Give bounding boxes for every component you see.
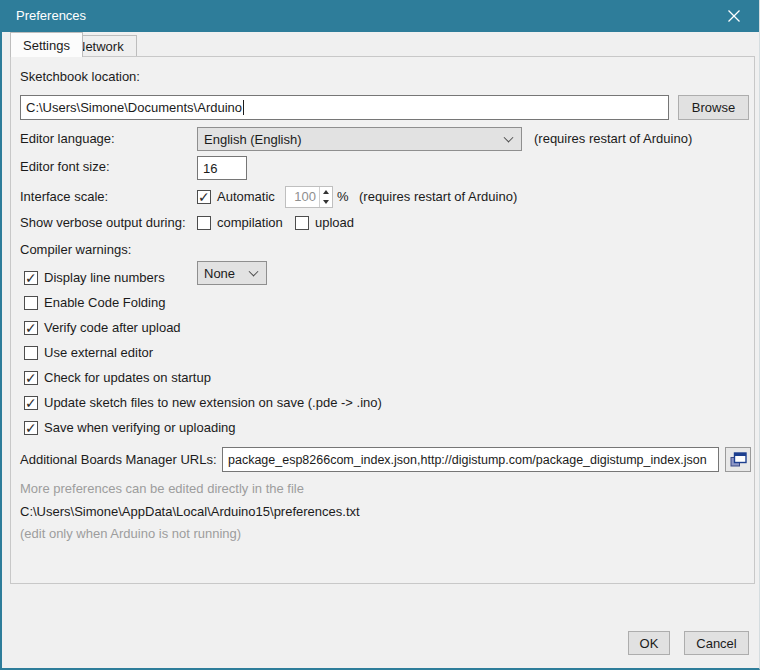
save-when-verifying-checkbox[interactable]: ✓ [24, 421, 38, 435]
verbose-compilation-checkbox[interactable]: ✓ [197, 216, 211, 230]
percent-sign: % [337, 189, 349, 205]
interface-scale-label: Interface scale: [20, 189, 108, 205]
title-bar[interactable]: Preferences [0, 0, 760, 32]
check-icon: ✓ [25, 320, 37, 336]
boards-manager-urls-label: Additional Boards Manager URLs: [20, 452, 217, 468]
interface-scale-spinner: 100 [285, 186, 333, 208]
editor-language-value: English (English) [204, 132, 302, 147]
tab-settings-label: Settings [23, 38, 70, 53]
editor-language-dropdown[interactable]: English (English) [197, 127, 522, 151]
browse-button-label: Browse [692, 100, 735, 115]
checkbox-label: Use external editor [44, 345, 153, 361]
editor-font-size-value: 16 [203, 161, 217, 176]
cancel-button-label: Cancel [696, 636, 736, 651]
compiler-warnings-label: Compiler warnings: [20, 242, 131, 258]
sketchbook-location-label: Sketchbook location: [20, 69, 140, 85]
checkbox-label: Save when verifying or uploading [44, 420, 236, 436]
preferences-file-path: C:\Users\Simone\AppData\Local\Arduino15\… [20, 504, 360, 520]
verbose-upload-label: upload [315, 215, 354, 231]
chevron-down-icon [249, 267, 259, 277]
check-icon: ✓ [25, 395, 37, 411]
checkbox-label: Enable Code Folding [44, 295, 165, 311]
arrow-down-icon [323, 200, 329, 204]
editor-font-size-label: Editor font size: [20, 159, 110, 175]
check-icon: ✓ [198, 189, 210, 205]
display-line-numbers-checkbox[interactable]: ✓ [24, 271, 38, 285]
open-urls-editor-button[interactable] [725, 447, 751, 472]
editor-language-label: Editor language: [20, 131, 115, 147]
verbose-compilation-label: compilation [217, 215, 283, 231]
verbose-output-label: Show verbose output during: [20, 215, 186, 231]
arrow-up-icon [323, 190, 329, 194]
compiler-warnings-dropdown[interactable]: None [197, 261, 267, 285]
ok-button-label: OK [640, 636, 659, 651]
checkbox-label: Update sketch files to new extension on … [44, 395, 382, 411]
automatic-scale-checkbox[interactable]: ✓ [197, 190, 211, 204]
scale-restart-note: (requires restart of Arduino) [359, 189, 517, 205]
enable-code-folding-checkbox[interactable]: ✓ [24, 296, 38, 310]
browse-button[interactable]: Browse [678, 95, 749, 120]
tab-settings[interactable]: Settings [10, 32, 83, 57]
sketchbook-location-value: C:\Users\Simone\Documents\Arduino [26, 100, 242, 115]
language-restart-note: (requires restart of Arduino) [534, 131, 692, 147]
close-button[interactable] [719, 0, 749, 32]
more-preferences-note: More preferences can be edited directly … [20, 481, 304, 497]
edit-only-note: (edit only when Arduino is not running) [20, 526, 241, 542]
chevron-down-icon [504, 133, 514, 143]
ok-button[interactable]: OK [628, 631, 670, 655]
automatic-scale-checkbox-label: Automatic [217, 189, 275, 205]
check-updates-checkbox[interactable]: ✓ [24, 371, 38, 385]
cancel-button[interactable]: Cancel [684, 631, 749, 655]
editor-font-size-input[interactable]: 16 [197, 156, 247, 180]
check-icon: ✓ [25, 420, 37, 436]
close-icon [727, 9, 741, 23]
compiler-warnings-value: None [204, 266, 235, 281]
checkbox-label: Verify code after upload [44, 320, 181, 336]
text-caret [243, 100, 244, 115]
spinner-up-button[interactable] [320, 187, 332, 197]
sketchbook-location-input[interactable]: C:\Users\Simone\Documents\Arduino [20, 95, 669, 120]
preferences-dialog: Preferences Settings Network Sketchbook … [0, 0, 760, 670]
interface-scale-value: 100 [286, 187, 319, 207]
window-title: Preferences [16, 0, 86, 32]
checkbox-label: Display line numbers [44, 270, 165, 286]
checkbox-label: Check for updates on startup [44, 370, 211, 386]
verbose-upload-checkbox[interactable]: ✓ [295, 216, 309, 230]
windows-icon [730, 452, 747, 467]
boards-manager-urls-value: package_esp8266com_index.json,http://dig… [228, 453, 707, 467]
spinner-down-button[interactable] [320, 197, 332, 207]
boards-manager-urls-input[interactable]: package_esp8266com_index.json,http://dig… [222, 447, 719, 472]
check-icon: ✓ [25, 270, 37, 286]
use-external-editor-checkbox[interactable]: ✓ [24, 346, 38, 360]
tab-network-label: Network [76, 39, 124, 54]
verify-code-after-upload-checkbox[interactable]: ✓ [24, 321, 38, 335]
check-icon: ✓ [25, 370, 37, 386]
update-sketch-extension-checkbox[interactable]: ✓ [24, 396, 38, 410]
